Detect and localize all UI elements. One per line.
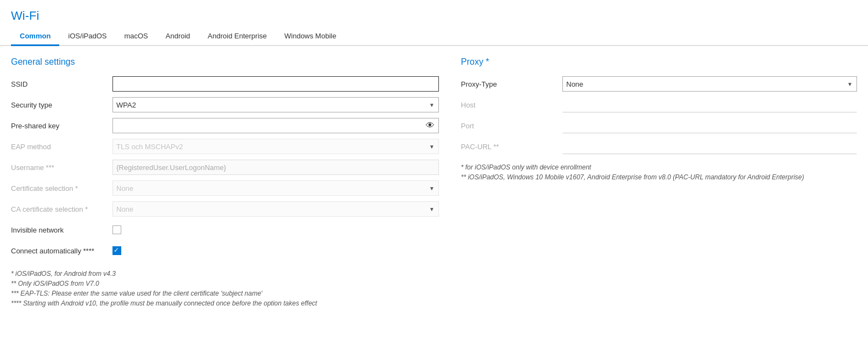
tab-macos[interactable]: macOS (115, 27, 156, 46)
pac-url-label: PAC-URL ** (461, 143, 562, 151)
note-1: * iOS/iPadOS, for Android from v4.3 (11, 270, 439, 278)
proxy-type-row: Proxy-Type None Manual Automatic ▼ (461, 76, 857, 92)
pac-url-row: PAC-URL ** (461, 138, 857, 155)
ca-certificate-row: CA certificate selection * None ▼ (11, 201, 439, 217)
invisible-network-row: Invisible network (11, 222, 439, 238)
proxy-type-select-wrapper: None Manual Automatic ▼ (562, 76, 857, 92)
tab-bar: Common iOS/iPadOS macOS Android Android … (0, 27, 868, 46)
ca-certificate-label: CA certificate selection * (11, 205, 112, 213)
eap-method-select: TLS och MSCHAPv2 (112, 139, 439, 154)
username-label: Username *** (11, 163, 112, 172)
ssid-control (112, 76, 439, 92)
username-row: Username *** (11, 159, 439, 176)
ssid-label: SSID (11, 80, 112, 88)
note-2: ** Only iOS/iPadOS from V7.0 (11, 280, 439, 287)
note-4: **** Starting with Android v10, the prof… (11, 299, 439, 307)
eap-method-row: EAP method TLS och MSCHAPv2 ▼ (11, 138, 439, 155)
pre-shared-key-row: Pre-shared key 👁 (11, 117, 439, 134)
content-area: General settings SSID Security type Open… (0, 46, 868, 320)
tab-common[interactable]: Common (11, 27, 59, 46)
host-row: Host (461, 97, 857, 113)
security-type-select[interactable]: Open WEP WPA WPA2 WPA3 (112, 97, 439, 112)
pre-shared-key-label: Pre-shared key (11, 122, 112, 130)
proxy-type-control: None Manual Automatic ▼ (562, 76, 857, 92)
certificate-selection-select: None (112, 180, 439, 196)
connect-auto-row: Connect automatically **** (11, 242, 439, 259)
username-input (112, 160, 439, 175)
port-input (562, 118, 857, 133)
proxy-notes-section: * for iOS/iPadOS only with device enroll… (461, 163, 857, 181)
username-control (112, 160, 439, 175)
proxy-type-select[interactable]: None Manual Automatic (562, 76, 857, 92)
port-row: Port (461, 117, 857, 134)
eye-icon[interactable]: 👁 (426, 121, 435, 131)
security-type-row: Security type Open WEP WPA WPA2 WPA3 ▼ (11, 97, 439, 113)
host-label: Host (461, 101, 562, 109)
tab-android[interactable]: Android (157, 27, 199, 46)
invisible-network-label: Invisible network (11, 226, 112, 234)
proxy-note-1: * for iOS/iPadOS only with device enroll… (461, 163, 857, 171)
page-header: Wi-Fi (0, 0, 868, 27)
eap-method-label: EAP method (11, 143, 112, 151)
proxy-title: Proxy * (461, 57, 857, 67)
notes-section: * iOS/iPadOS, for Android from v4.3 ** O… (11, 270, 439, 307)
host-control (562, 97, 857, 112)
connect-auto-label: Connect automatically **** (11, 247, 112, 255)
certificate-selection-label: Certificate selection * (11, 184, 112, 193)
security-type-select-wrapper: Open WEP WPA WPA2 WPA3 ▼ (112, 97, 439, 112)
ca-certificate-wrapper: None ▼ (112, 201, 439, 217)
tab-ios[interactable]: iOS/iPadOS (59, 27, 115, 46)
general-settings-title: General settings (11, 57, 439, 67)
ssid-row: SSID (11, 76, 439, 92)
port-label: Port (461, 122, 562, 130)
left-panel: General settings SSID Security type Open… (11, 57, 439, 309)
certificate-selection-row: Certificate selection * None ▼ (11, 180, 439, 196)
ca-certificate-control: None ▼ (112, 201, 439, 217)
right-panel: Proxy * Proxy-Type None Manual Automatic… (461, 57, 857, 309)
page-title: Wi-Fi (11, 9, 857, 23)
pac-url-input (562, 139, 857, 154)
proxy-note-2: ** iOS/iPadOS, Windows 10 Mobile v1607, … (461, 173, 857, 181)
connect-auto-checkbox[interactable] (112, 246, 121, 255)
tab-android-enterprise[interactable]: Android Enterprise (199, 27, 276, 46)
ssid-input[interactable] (112, 76, 439, 92)
invisible-network-control (112, 225, 439, 234)
ca-certificate-select: None (112, 201, 439, 217)
eap-method-control: TLS och MSCHAPv2 ▼ (112, 139, 439, 154)
port-control (562, 118, 857, 133)
certificate-selection-wrapper: None ▼ (112, 180, 439, 196)
pac-url-control (562, 139, 857, 154)
note-3: *** EAP-TLS: Please enter the same value… (11, 290, 439, 297)
security-type-label: Security type (11, 101, 112, 109)
pre-shared-key-wrapper: 👁 (112, 118, 439, 133)
pre-shared-key-input[interactable] (112, 118, 439, 133)
tab-windows-mobile[interactable]: Windows Mobile (275, 27, 345, 46)
proxy-type-label: Proxy-Type (461, 80, 562, 88)
eap-method-select-wrapper: TLS och MSCHAPv2 ▼ (112, 139, 439, 154)
connect-auto-control (112, 246, 439, 255)
certificate-selection-control: None ▼ (112, 180, 439, 196)
host-input (562, 97, 857, 112)
pre-shared-key-control: 👁 (112, 118, 439, 133)
security-type-control: Open WEP WPA WPA2 WPA3 ▼ (112, 97, 439, 112)
invisible-network-checkbox[interactable] (112, 225, 121, 234)
